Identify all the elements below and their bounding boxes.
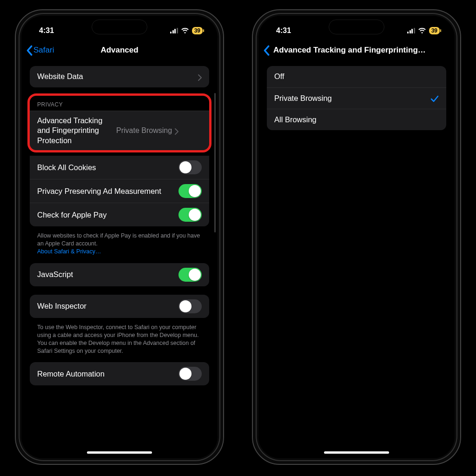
back-label: Safari <box>33 46 54 55</box>
row-value: Private Browsing <box>116 126 172 136</box>
option-label: All Browsing <box>274 115 439 125</box>
battery-icon: 39 <box>429 27 440 34</box>
row-label: Web Inspector <box>37 301 178 311</box>
chevron-right-icon <box>198 73 202 80</box>
toggle-web-inspector[interactable] <box>178 299 202 313</box>
option-off[interactable]: Off <box>267 66 446 87</box>
row-label: Check for Apple Pay <box>37 210 178 220</box>
section-header-privacy: PRIVACY <box>30 96 209 111</box>
wifi-icon <box>418 27 426 34</box>
row-label: Remote Automation <box>37 369 178 379</box>
toggle-apple-pay[interactable] <box>178 208 202 222</box>
nav-bar: Advanced Tracking and Fingerprinting… <box>259 40 454 60</box>
chevron-right-icon <box>175 127 178 134</box>
row-remote-automation[interactable]: Remote Automation <box>30 362 209 385</box>
dynamic-island <box>329 20 384 34</box>
footer-apple-pay: Allow websites to check if Apple Pay is … <box>30 229 209 263</box>
checkmark-icon <box>430 94 439 103</box>
row-label: Block All Cookies <box>37 163 178 172</box>
page-title: Advanced Tracking and Fingerprinting… <box>273 46 450 55</box>
footer-web-inspector: To use the Web Inspector, connect to Saf… <box>30 321 209 363</box>
toggle-javascript[interactable] <box>178 268 202 282</box>
back-button[interactable] <box>263 45 270 55</box>
row-label: Website Data <box>37 72 198 81</box>
chevron-back-icon <box>263 45 270 55</box>
phone-right: 4:31 39 Advanced Tracking and Fingerprin… <box>252 9 461 465</box>
row-block-cookies[interactable]: Block All Cookies <box>30 156 209 179</box>
home-indicator[interactable] <box>324 451 389 454</box>
page-title: Advanced <box>100 46 138 55</box>
row-ppam[interactable]: Privacy Preserving Ad Measurement <box>30 179 209 203</box>
toggle-ppam[interactable] <box>178 184 202 198</box>
cellular-icon <box>170 28 178 33</box>
row-label: Privacy Preserving Ad Measurement <box>37 186 178 196</box>
row-label: Advanced Tracking and Fingerprinting Pro… <box>37 116 116 145</box>
chevron-back-icon <box>26 45 33 55</box>
row-tracking-protection[interactable]: Advanced Tracking and Fingerprinting Pro… <box>30 111 209 150</box>
wifi-icon <box>181 27 189 34</box>
dynamic-island <box>92 20 147 34</box>
privacy-highlight-box: PRIVACY Advanced Tracking and Fingerprin… <box>30 96 209 150</box>
nav-bar: Safari Advanced <box>22 40 217 60</box>
home-indicator[interactable] <box>87 451 152 454</box>
option-label: Off <box>274 72 439 81</box>
option-label: Private Browsing <box>274 93 430 103</box>
settings-content[interactable]: Website Data PRIVACY Advanced Tracking a… <box>22 60 217 448</box>
status-time: 4:31 <box>276 26 291 35</box>
cellular-icon <box>407 28 415 33</box>
battery-icon: 39 <box>192 27 203 34</box>
phone-left: 4:31 39 Safari Advanced <box>15 9 224 465</box>
row-apple-pay[interactable]: Check for Apple Pay <box>30 203 209 226</box>
row-web-inspector[interactable]: Web Inspector <box>30 295 209 318</box>
about-privacy-link[interactable]: About Safari & Privacy… <box>37 248 101 255</box>
toggle-remote-automation[interactable] <box>178 367 202 381</box>
back-button[interactable]: Safari <box>26 45 54 55</box>
toggle-block-cookies[interactable] <box>178 160 202 174</box>
row-javascript[interactable]: JavaScript <box>30 263 209 286</box>
status-time: 4:31 <box>39 26 54 35</box>
row-website-data[interactable]: Website Data <box>30 66 209 87</box>
option-private-browsing[interactable]: Private Browsing <box>267 87 446 109</box>
scrollbar[interactable] <box>214 93 216 232</box>
option-all-browsing[interactable]: All Browsing <box>267 109 446 130</box>
options-content: Off Private Browsing All Browsing <box>259 60 454 139</box>
row-label: JavaScript <box>37 270 178 279</box>
